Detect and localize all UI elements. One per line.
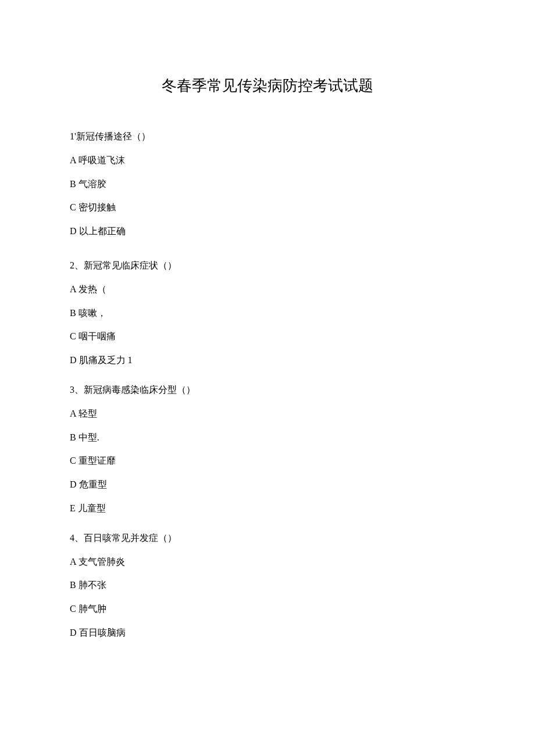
option-c: C 肺气肿 <box>70 603 465 615</box>
page-title: 冬春季常见传染病防控考试试题 <box>70 76 465 96</box>
option-d: D 肌痛及乏力 1 <box>70 354 465 367</box>
option-a: A 轻型 <box>70 408 465 420</box>
question-2: 2、新冠常见临床症状（） A 发热（ B 咳嗽， C 咽干咽痛 D 肌痛及乏力 … <box>70 260 465 367</box>
option-b: B 肺不张 <box>70 579 465 592</box>
option-d: D 百日咳脑病 <box>70 627 465 639</box>
question-prompt: 2、新冠常见临床症状（） <box>70 260 465 272</box>
option-c: C 咽干咽痛 <box>70 331 465 343</box>
question-prompt: 4、百日咳常见并发症（） <box>70 532 465 544</box>
option-a: A 发热（ <box>70 284 465 296</box>
question-1: 1'新冠传播途径（） A 呼吸道飞沫 B 气溶胶 C 密切接触 D 以上都正确 <box>70 131 465 238</box>
option-a: A 支气管肺炎 <box>70 556 465 568</box>
question-prompt: 1'新冠传播途径（） <box>70 131 465 143</box>
option-d: D 以上都正确 <box>70 225 465 238</box>
option-d: D 危重型 <box>70 479 465 491</box>
option-b: B 气溶胶 <box>70 178 465 191</box>
option-b: B 中型. <box>70 432 465 444</box>
option-b: B 咳嗽， <box>70 307 465 320</box>
question-prompt: 3、新冠病毒感染临床分型（） <box>70 384 465 396</box>
option-c: C 重型证靡 <box>70 455 465 467</box>
question-4: 4、百日咳常见并发症（） A 支气管肺炎 B 肺不张 C 肺气肿 D 百日咳脑病 <box>70 532 465 639</box>
option-c: C 密切接触 <box>70 202 465 214</box>
question-3: 3、新冠病毒感染临床分型（） A 轻型 B 中型. C 重型证靡 D 危重型 E… <box>70 384 465 515</box>
option-a: A 呼吸道飞沫 <box>70 155 465 167</box>
option-e: E 儿童型 <box>70 503 465 515</box>
